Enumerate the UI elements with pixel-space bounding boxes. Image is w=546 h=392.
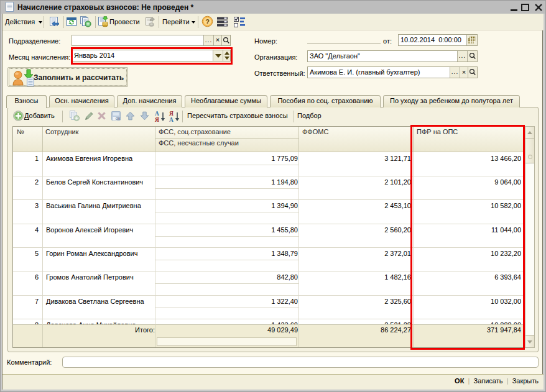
svg-text:ОК: ОК — [116, 117, 121, 121]
svg-text:Я: Я — [169, 111, 174, 117]
svg-text:Я: Я — [155, 117, 159, 123]
svg-text:?: ? — [205, 18, 210, 25]
svg-text:А: А — [155, 111, 159, 117]
svg-text:А: А — [169, 117, 174, 123]
